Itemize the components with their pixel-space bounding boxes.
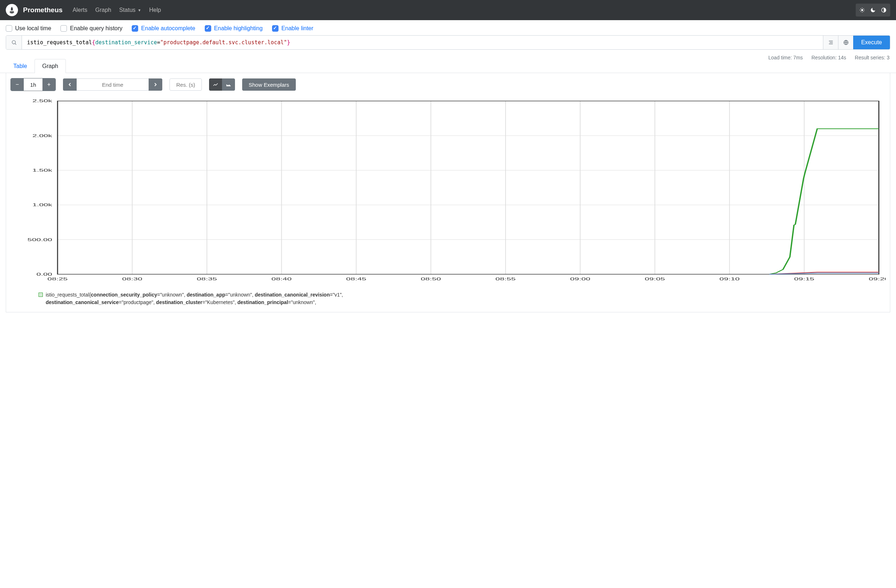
tabs: Table Graph (0, 59, 896, 73)
query-history-checkbox[interactable] (61, 25, 67, 32)
svg-text:08:40: 08:40 (271, 277, 291, 282)
resolution-input[interactable] (169, 78, 202, 91)
nav-alerts[interactable]: Alerts (73, 7, 87, 13)
time-back-button[interactable] (63, 78, 77, 91)
svg-text:09:15: 09:15 (794, 277, 814, 282)
linter-label: Enable linter (281, 25, 314, 32)
highlighting-checkbox[interactable] (205, 25, 211, 32)
nav-graph[interactable]: Graph (95, 7, 111, 13)
svg-text:09:05: 09:05 (645, 277, 665, 282)
autocomplete-checkbox[interactable] (132, 25, 138, 32)
svg-line-5 (860, 8, 861, 9)
range-increase-button[interactable]: + (43, 78, 55, 91)
range-value[interactable]: 1h (24, 78, 43, 91)
graph-panel: − 1h + Show Exemplars 0.00500.001.00k1.5… (6, 73, 890, 312)
brand-name: Prometheus (23, 6, 62, 14)
query-metric: istio_requests_total (27, 39, 92, 46)
svg-line-8 (863, 8, 864, 9)
svg-text:09:00: 09:00 (570, 277, 590, 282)
execute-button[interactable]: Execute (853, 36, 890, 49)
theme-dark-icon[interactable] (868, 5, 878, 15)
linter-checkbox[interactable] (272, 25, 279, 32)
svg-text:1.50k: 1.50k (32, 168, 52, 173)
format-button[interactable] (823, 36, 838, 49)
navbar: Prometheus Alerts Graph Status ▼ Help (0, 0, 896, 20)
query-input[interactable]: istio_requests_total{destination_service… (22, 36, 823, 49)
option-query-history[interactable]: Enable query history (61, 25, 122, 32)
svg-text:08:55: 08:55 (495, 277, 516, 282)
query-bar: istio_requests_total{destination_service… (6, 35, 890, 50)
svg-rect-52 (58, 101, 879, 274)
option-highlighting[interactable]: Enable highlighting (205, 25, 263, 32)
svg-point-0 (861, 9, 863, 11)
legend: istio_requests_total{connection_security… (6, 286, 890, 308)
metrics-explorer-button[interactable] (838, 36, 853, 49)
svg-text:08:50: 08:50 (421, 277, 441, 282)
svg-text:08:30: 08:30 (122, 277, 142, 282)
options-row: Use local time Enable query history Enab… (0, 20, 896, 35)
nav-help[interactable]: Help (149, 7, 161, 13)
svg-line-6 (863, 11, 864, 12)
search-icon (6, 36, 22, 49)
legend-swatch-icon (38, 292, 43, 297)
status-result: Result series: 3 (855, 55, 890, 61)
chevron-down-icon: ▼ (138, 8, 142, 12)
chart-type-line-icon[interactable] (209, 78, 222, 91)
svg-line-11 (15, 44, 16, 45)
svg-point-10 (12, 41, 15, 44)
svg-text:2.50k: 2.50k (32, 99, 52, 103)
svg-text:1.00k: 1.00k (32, 203, 52, 207)
end-time-input[interactable] (77, 78, 149, 91)
graph-toolbar: − 1h + Show Exemplars (6, 78, 890, 94)
svg-text:0.00: 0.00 (37, 272, 52, 277)
prometheus-logo (6, 4, 18, 16)
query-label-val: "productpage.default.svc.cluster.local" (160, 39, 287, 46)
nav-status[interactable]: Status ▼ (119, 7, 141, 13)
query-history-label: Enable query history (70, 25, 122, 32)
svg-text:2.00k: 2.00k (32, 133, 52, 138)
local-time-label: Use local time (15, 25, 51, 32)
svg-line-7 (860, 11, 861, 12)
status-resolution: Resolution: 14s (811, 55, 846, 61)
status-load: Load time: 7ms (768, 55, 803, 61)
svg-text:500.00: 500.00 (27, 237, 52, 242)
svg-text:09:10: 09:10 (719, 277, 739, 282)
show-exemplars-button[interactable]: Show Exemplars (242, 78, 296, 91)
tab-graph[interactable]: Graph (35, 59, 66, 73)
end-time-group (63, 78, 162, 91)
highlighting-label: Enable highlighting (214, 25, 263, 32)
theme-light-icon[interactable] (857, 5, 867, 15)
option-local-time[interactable]: Use local time (6, 25, 51, 32)
local-time-checkbox[interactable] (6, 25, 12, 32)
chart-type-group (209, 78, 235, 91)
svg-text:08:35: 08:35 (197, 277, 217, 282)
autocomplete-label: Enable autocomplete (141, 25, 195, 32)
theme-switcher (856, 4, 890, 17)
tab-table[interactable]: Table (6, 59, 35, 73)
chart[interactable]: 0.00500.001.00k1.50k2.00k2.50k08:2508:30… (11, 97, 885, 285)
option-autocomplete[interactable]: Enable autocomplete (132, 25, 195, 32)
nav-status-label: Status (119, 7, 135, 13)
legend-text: istio_requests_total{connection_security… (46, 291, 343, 306)
theme-contrast-icon[interactable] (879, 5, 889, 15)
option-linter[interactable]: Enable linter (272, 25, 314, 32)
query-label-key: destination_service (95, 39, 157, 46)
svg-text:08:45: 08:45 (346, 277, 366, 282)
range-decrease-button[interactable]: − (11, 78, 24, 91)
chart-type-stacked-icon[interactable] (222, 78, 235, 91)
svg-text:09:20: 09:20 (869, 277, 885, 282)
svg-text:08:25: 08:25 (47, 277, 68, 282)
legend-row[interactable]: istio_requests_total{connection_security… (38, 291, 858, 306)
time-forward-button[interactable] (149, 78, 162, 91)
range-stepper: − 1h + (11, 78, 56, 91)
